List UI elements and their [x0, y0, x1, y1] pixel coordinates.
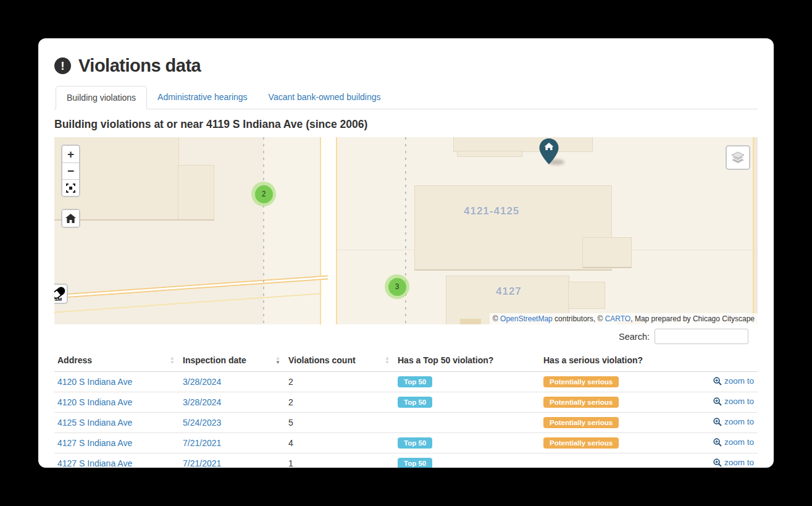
table-header-row: Address ▲▼ Inspection date ▲▼ Violations… [54, 349, 758, 372]
zoom-to-link[interactable]: zoom to [713, 376, 754, 386]
map-zoom-control: + − [61, 145, 80, 197]
map-road-edge [336, 137, 337, 324]
address-link[interactable]: 4127 S Indiana Ave [57, 458, 132, 468]
map-attribution: © OpenStreetMap contributors, © CARTO, M… [490, 313, 758, 324]
violations-count: 5 [285, 413, 395, 433]
column-header-inspection-date[interactable]: Inspection date ▲▼ [180, 349, 285, 372]
marker-cluster-2[interactable]: 2 [251, 182, 276, 206]
map-building [178, 165, 214, 221]
map-building [457, 151, 522, 157]
tab-vacant-bank-owned-buildings[interactable]: Vacant bank-owned buildings [258, 86, 391, 109]
osm-edit-control[interactable]: OSM [54, 284, 68, 304]
map-home-control [61, 209, 80, 228]
layers-icon [730, 150, 746, 166]
zoom-to-link[interactable]: zoom to [713, 417, 754, 426]
column-header-violations-count[interactable]: Violations count ▲▼ [285, 349, 395, 372]
zoom-to-link[interactable]: zoom to [713, 458, 754, 467]
map-building-label: 4121-4125 [464, 205, 519, 217]
map-alley-dashed-line [405, 137, 406, 324]
serious-badge: Potentially serious [543, 397, 619, 408]
magnifier-plus-icon [713, 397, 722, 406]
marker-cluster-3[interactable]: 3 [385, 274, 409, 299]
table-search: Search: [54, 329, 748, 344]
page-title: Violations data [78, 56, 201, 76]
serious-badge: Potentially serious [543, 376, 619, 387]
violations-count: 2 [285, 372, 395, 392]
map[interactable]: 4121-4125 4127 2 3 + − [54, 137, 758, 324]
top50-badge: Top 50 [398, 397, 432, 408]
tab-bar: Building violations Administrative heari… [54, 86, 758, 109]
map-building [582, 237, 632, 268]
map-building-label: 4127 [496, 285, 522, 298]
map-parcel [754, 137, 758, 324]
page-header: ! Violations data [54, 56, 758, 76]
openstreetmap-link[interactable]: OpenStreetMap [500, 314, 553, 323]
inspection-date-link[interactable]: 7/21/2021 [183, 458, 221, 468]
tab-building-violations[interactable]: Building violations [56, 86, 147, 109]
top50-badge: Top 50 [398, 437, 432, 449]
inspection-date-link[interactable]: 3/28/2024 [183, 397, 221, 407]
violations-table: Address ▲▼ Inspection date ▲▼ Violations… [54, 349, 758, 468]
exclamation-circle-icon: ! [54, 57, 71, 74]
address-link[interactable]: 4125 S Indiana Ave [57, 418, 132, 428]
top50-badge: Top 50 [398, 458, 432, 468]
violations-count: 1 [285, 453, 395, 468]
serious-badge: Potentially serious [543, 417, 619, 428]
home-icon [65, 214, 76, 224]
map-road [321, 137, 336, 324]
top50-badge: Top 50 [398, 376, 432, 387]
tab-administrative-hearings[interactable]: Administrative hearings [147, 86, 258, 109]
home-button[interactable] [62, 210, 79, 227]
magnifier-plus-icon [713, 458, 722, 467]
table-row: 4120 S Indiana Ave 3/28/2024 2 Top 50 Po… [54, 372, 758, 392]
magnifier-plus-icon [713, 377, 722, 386]
search-input[interactable] [655, 329, 748, 344]
fullscreen-icon [66, 183, 75, 193]
inspection-date-link[interactable]: 7/21/2021 [183, 438, 221, 448]
search-label: Search: [619, 332, 650, 342]
home-pin-marker[interactable] [539, 138, 559, 167]
column-header-address[interactable]: Address ▲▼ [54, 349, 180, 372]
column-header-top50: Has a Top 50 violation? [395, 349, 540, 372]
serious-badge: Potentially serious [543, 437, 619, 449]
zoom-in-button[interactable]: + [62, 146, 79, 162]
zoom-out-button[interactable]: − [62, 162, 79, 179]
zoom-to-link[interactable]: zoom to [713, 437, 754, 447]
violations-count: 2 [285, 392, 395, 413]
column-header-actions [686, 349, 758, 372]
layers-control[interactable] [726, 145, 750, 170]
map-building [460, 319, 481, 324]
magnifier-plus-icon [713, 418, 722, 426]
table-row: 4127 S Indiana Ave 7/21/2021 1 Top 50 zo… [54, 453, 758, 468]
carto-link[interactable]: CARTO [605, 314, 631, 323]
address-link[interactable]: 4120 S Indiana Ave [57, 377, 132, 387]
osm-label: OSM [54, 297, 62, 302]
inspection-date-link[interactable]: 5/24/2023 [183, 418, 221, 428]
sort-icons: ▲▼ [385, 356, 390, 365]
violations-count: 4 [285, 433, 395, 453]
map-building [453, 137, 593, 152]
magnifier-plus-icon [713, 438, 722, 447]
zoom-to-link[interactable]: zoom to [713, 397, 754, 406]
column-header-serious: Has a serious violation? [540, 349, 686, 372]
sort-icons: ▲▼ [275, 356, 280, 365]
map-alley-dashed-line [263, 137, 264, 324]
sort-icons: ▲▼ [170, 356, 175, 365]
violations-data-card: ! Violations data Building violations Ad… [38, 38, 774, 468]
table-row: 4120 S Indiana Ave 3/28/2024 2 Top 50 Po… [54, 392, 758, 413]
address-link[interactable]: 4120 S Indiana Ave [57, 397, 132, 407]
section-heading: Building violations at or near 4119 S In… [54, 118, 758, 131]
table-row: 4127 S Indiana Ave 7/21/2021 4 Top 50 Po… [54, 433, 758, 453]
table-row: 4125 S Indiana Ave 5/24/2023 5 Potential… [54, 413, 758, 433]
fullscreen-button[interactable] [62, 179, 79, 196]
inspection-date-link[interactable]: 3/28/2024 [183, 377, 221, 387]
map-building [568, 282, 605, 309]
address-link[interactable]: 4127 S Indiana Ave [57, 438, 132, 448]
